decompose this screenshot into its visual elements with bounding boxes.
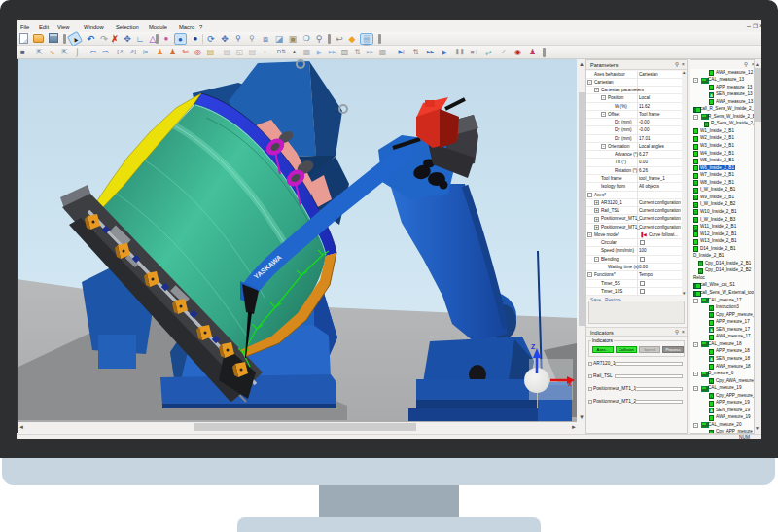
- svg-text:x: x: [568, 380, 572, 387]
- svg-text:Z: Z: [531, 343, 536, 350]
